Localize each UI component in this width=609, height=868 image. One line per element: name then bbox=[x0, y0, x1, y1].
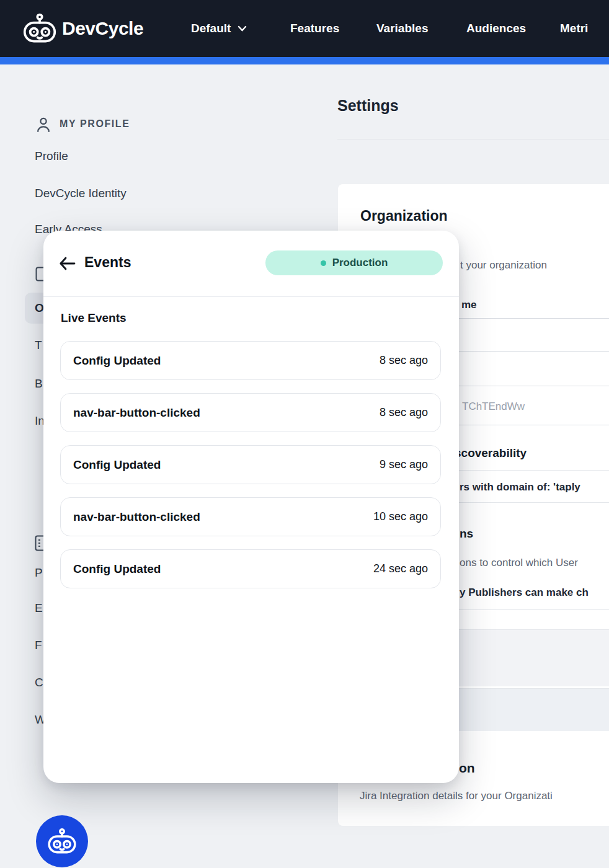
jira-description: Jira Integration details for your Organi… bbox=[360, 790, 553, 802]
nav-link-audiences[interactable]: Audiences bbox=[466, 0, 526, 57]
event-timestamp: 24 sec ago bbox=[373, 562, 428, 575]
organization-subtitle-fragment: t your organization bbox=[460, 259, 547, 272]
organization-card-title: Organization bbox=[360, 208, 448, 224]
jira-heading-fragment: on bbox=[459, 761, 475, 776]
event-row[interactable]: Config Updated 9 sec ago bbox=[60, 445, 441, 484]
nav-link-variables[interactable]: Variables bbox=[376, 0, 428, 57]
project-selector-label: Default bbox=[191, 22, 231, 35]
publishers-row-fragment: y Publishers can make ch bbox=[460, 587, 589, 599]
back-arrow-icon[interactable] bbox=[58, 255, 77, 272]
environment-badge-label: Production bbox=[332, 257, 388, 269]
organization-name-label-fragment: me bbox=[461, 299, 477, 311]
environment-dot-icon bbox=[321, 260, 326, 266]
app-window: { "navbar": { "brand": "DevCycle", "proj… bbox=[0, 0, 609, 868]
live-events-modal: Events Production Live Events Config Upd… bbox=[43, 231, 459, 783]
event-timestamp: 10 sec ago bbox=[373, 510, 428, 523]
sidebar-item-hidden-7[interactable]: F bbox=[35, 639, 42, 652]
page-title: Settings bbox=[337, 97, 399, 115]
sidebar-item-hidden-2[interactable]: T bbox=[35, 339, 42, 352]
devcycle-logo[interactable]: DevCycle bbox=[22, 0, 143, 57]
event-timestamp: 8 sec ago bbox=[380, 406, 428, 419]
event-name: Config Updated bbox=[73, 458, 161, 472]
sidebar-item-hidden-6[interactable]: E bbox=[35, 601, 43, 615]
event-timestamp: 8 sec ago bbox=[380, 354, 428, 367]
sidebar-item-hidden-8[interactable]: C bbox=[35, 676, 43, 689]
environment-badge[interactable]: Production bbox=[265, 250, 443, 275]
event-row[interactable]: Config Updated 24 sec ago bbox=[60, 549, 441, 588]
sidebar-item-hidden-5[interactable]: P bbox=[35, 566, 43, 580]
organization-id-value-fragment: TChTEndWw bbox=[462, 401, 525, 413]
nav-link-features[interactable]: Features bbox=[290, 0, 339, 57]
project-selector[interactable]: Default bbox=[191, 0, 247, 57]
event-row[interactable]: nav-bar-button-clicked 8 sec ago bbox=[60, 393, 441, 432]
accent-bar bbox=[0, 57, 609, 64]
chevron-down-icon bbox=[238, 25, 247, 32]
nav-link-metrics[interactable]: Metri bbox=[560, 0, 588, 57]
permissions-description-fragment: ons to control which User bbox=[460, 557, 578, 569]
discoverability-heading-fragment: scoverability bbox=[455, 446, 527, 460]
devcycle-robot-icon bbox=[22, 12, 57, 45]
domain-discoverability-row-fragment: rs with domain of: 'taply bbox=[460, 481, 580, 494]
event-timestamp: 9 sec ago bbox=[380, 458, 428, 471]
permissions-heading-fragment: ns bbox=[460, 527, 473, 541]
modal-header-divider bbox=[43, 296, 459, 297]
sidebar-item-devcycle-identity[interactable]: DevCycle Identity bbox=[35, 187, 127, 200]
event-name: nav-bar-button-clicked bbox=[73, 510, 200, 524]
sidebar-item-profile[interactable]: Profile bbox=[35, 149, 68, 163]
sidebar-item-hidden-3[interactable]: B bbox=[35, 377, 43, 391]
sidebar-item-hidden-1[interactable]: O bbox=[35, 301, 44, 315]
devcycle-assistant-button[interactable] bbox=[36, 815, 88, 867]
sidebar-section-my-profile: MY PROFILE bbox=[60, 118, 130, 130]
title-divider bbox=[337, 139, 609, 140]
brand-name: DevCycle bbox=[62, 18, 143, 39]
live-events-heading: Live Events bbox=[61, 311, 127, 325]
person-icon bbox=[36, 117, 51, 136]
modal-title: Events bbox=[84, 254, 131, 271]
robot-icon bbox=[47, 827, 77, 856]
event-row[interactable]: nav-bar-button-clicked 10 sec ago bbox=[60, 497, 441, 536]
top-navbar: DevCycle Default Features Variables Audi… bbox=[0, 0, 609, 57]
event-name: Config Updated bbox=[73, 354, 161, 368]
event-name: nav-bar-button-clicked bbox=[73, 406, 200, 420]
event-name: Config Updated bbox=[73, 562, 161, 576]
event-row[interactable]: Config Updated 8 sec ago bbox=[60, 341, 441, 380]
